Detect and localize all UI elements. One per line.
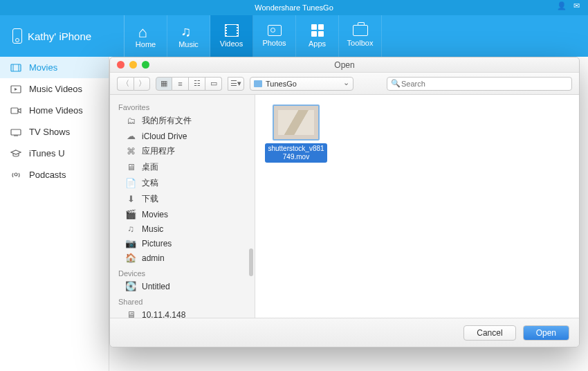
nav-home[interactable]: Home <box>125 15 167 57</box>
group-by-button[interactable]: ☰▾ <box>228 77 244 91</box>
app-title: Wondershare TunesGo <box>255 3 333 12</box>
fav-icloud-drive[interactable]: ☁iCloud Drive <box>110 129 255 143</box>
file-name: shutterstock_v881749.mov <box>265 143 327 163</box>
nav-videos[interactable]: Videos <box>210 15 253 57</box>
photos-icon <box>268 25 282 36</box>
applications-icon: ⌘ <box>125 146 136 156</box>
shared-header: Shared <box>110 293 255 307</box>
cancel-button[interactable]: Cancel <box>463 325 515 341</box>
device-selector[interactable]: Kathy' iPhone <box>0 15 125 57</box>
svg-point-7 <box>15 173 17 176</box>
view-list-button[interactable]: ≡ <box>172 77 189 91</box>
phone-icon <box>12 28 22 44</box>
music-folder-icon: ♫ <box>125 224 136 234</box>
app-titlebar: Wondershare TunesGo 👤 ✉ <box>0 0 588 15</box>
fav-admin[interactable]: 🏠admin <box>110 251 255 265</box>
server-icon: 🖥 <box>125 309 136 318</box>
pictures-icon: 📷 <box>125 238 136 248</box>
user-icon[interactable]: 👤 <box>557 1 567 10</box>
videos-icon <box>225 24 239 37</box>
movies-icon: 🎬 <box>125 209 136 219</box>
fav-downloads[interactable]: ⬇下载 <box>110 191 255 207</box>
fav-desktop[interactable]: 🖥桌面 <box>110 159 255 175</box>
podcast-icon <box>10 170 22 180</box>
folder-dropdown[interactable]: TunesGo <box>250 77 353 91</box>
home-icon <box>138 24 154 37</box>
dialog-search-input[interactable] <box>387 77 572 91</box>
dialog-footer: Cancel Open <box>110 318 579 347</box>
device-name: Kathy' iPhone <box>28 30 91 42</box>
nav-apps[interactable]: Apps <box>296 15 339 57</box>
scrollbar[interactable] <box>249 248 253 276</box>
fav-documents[interactable]: 📄文稿 <box>110 175 255 191</box>
home-folder-icon: 🏠 <box>125 253 136 263</box>
sidebar-item-tv-shows[interactable]: TV Shows <box>0 121 109 143</box>
nav-music[interactable]: Music <box>167 15 210 57</box>
fav-movies[interactable]: 🎬Movies <box>110 207 255 221</box>
svg-rect-4 <box>11 108 18 114</box>
fav-pictures[interactable]: 📷Pictures <box>110 236 255 251</box>
dialog-titlebar: Open <box>110 57 579 73</box>
view-coverflow-button[interactable]: ▭ <box>205 77 222 91</box>
file-browser[interactable]: shutterstock_v881749.mov <box>255 95 579 318</box>
toolbox-icon <box>353 25 368 36</box>
file-item[interactable]: shutterstock_v881749.mov <box>265 105 327 163</box>
view-icons-button[interactable]: ▦ <box>156 77 172 91</box>
nav-photos[interactable]: Photos <box>253 15 296 57</box>
search-icon: 🔍 <box>391 79 401 88</box>
tv-icon <box>10 127 22 137</box>
forward-button[interactable]: 〉 <box>134 77 150 91</box>
film-icon <box>10 63 22 73</box>
video-thumbnail <box>273 105 320 141</box>
feedback-icon[interactable]: ✉ <box>573 1 580 10</box>
open-file-dialog: Open 〈 〉 ▦ ≡ ☷ ▭ ☰▾ TunesGo 🔍 Favorites … <box>109 57 580 347</box>
favorites-header: Favorites <box>110 99 255 113</box>
svg-rect-5 <box>11 129 21 135</box>
music-icon <box>181 24 196 37</box>
fav-all-my-files[interactable]: 🗂我的所有文件 <box>110 113 255 129</box>
sidebar-item-itunes-u[interactable]: iTunes U <box>0 143 109 164</box>
view-columns-button[interactable]: ☷ <box>189 77 205 91</box>
dialog-sidebar: Favorites 🗂我的所有文件 ☁iCloud Drive ⌘应用程序 🖥桌… <box>110 95 255 318</box>
documents-icon: 📄 <box>125 178 136 188</box>
nav-toolbox[interactable]: Toolbox <box>339 15 382 57</box>
category-sidebar: Movies Music Videos Home Videos TV Shows… <box>0 57 109 371</box>
all-files-icon: 🗂 <box>125 116 136 126</box>
disk-icon: 💽 <box>125 281 136 291</box>
desktop-icon: 🖥 <box>125 162 136 172</box>
back-button[interactable]: 〈 <box>117 77 134 91</box>
sidebar-item-movies[interactable]: Movies <box>0 57 109 78</box>
dialog-title: Open <box>110 60 579 70</box>
downloads-icon: ⬇ <box>125 194 136 204</box>
main-navbar: Kathy' iPhone Home Music Videos Photos A… <box>0 15 588 57</box>
grad-cap-icon <box>10 149 22 159</box>
camcorder-icon <box>10 106 22 116</box>
dialog-toolbar: 〈 〉 ▦ ≡ ☷ ▭ ☰▾ TunesGo 🔍 <box>110 73 579 95</box>
open-button[interactable]: Open <box>523 325 569 341</box>
cloud-icon: ☁ <box>125 131 136 141</box>
music-video-icon <box>10 84 22 94</box>
device-untitled[interactable]: 💽Untitled <box>110 279 255 293</box>
fav-applications[interactable]: ⌘应用程序 <box>110 143 255 159</box>
sidebar-item-podcasts[interactable]: Podcasts <box>0 164 109 186</box>
fav-music[interactable]: ♫Music <box>110 221 255 236</box>
svg-rect-0 <box>11 64 21 71</box>
devices-header: Devices <box>110 265 255 279</box>
sidebar-item-home-videos[interactable]: Home Videos <box>0 100 109 121</box>
sidebar-item-music-videos[interactable]: Music Videos <box>0 78 109 100</box>
apps-icon <box>311 24 324 37</box>
shared-ip[interactable]: 🖥10.11.4.148 <box>110 307 255 318</box>
